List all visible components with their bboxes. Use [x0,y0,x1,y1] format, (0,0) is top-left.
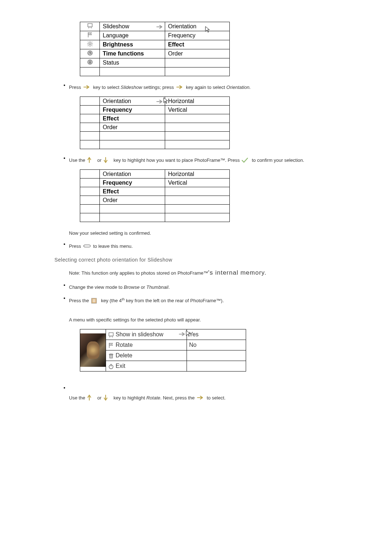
cursor-icon [186,331,193,337]
menu1-row2-value: Effect [165,40,230,49]
menu1-row3-label: Time functions [100,49,165,58]
clock-icon [80,49,100,58]
menu3-row0-value: Horizontal [165,170,230,178]
menu2-row0-value: Horizontal [165,97,230,106]
info-icon [80,58,100,67]
settings-menu-1: Slideshow Orientation Language Frequency… [80,22,230,76]
menu-appear-text: A menu with specific settings for the se… [69,316,359,324]
note-internal-memory: Note: This function only applies to phot… [69,268,359,278]
menu3-row3-label: Order [100,196,165,205]
section-heading: Selecting correct photo orientation for … [54,257,359,263]
cursor-icon [164,98,170,104]
menu3-row2-label: Effect [100,187,165,196]
menu-key-icon [91,298,99,304]
menu1-row1-label: Language [100,31,165,40]
check-icon [242,157,250,164]
menu2-row0-label: Orientation [100,97,165,106]
menu2-row2-label: Effect [100,114,165,123]
menu3-row1-value: Vertical [165,178,230,187]
menu1-row3-value: Order [165,49,230,58]
menu2-row1-value: Vertical [165,106,230,114]
menu2-row1-label: Frequency [100,106,165,114]
menu4-row3-label: Exit [106,361,187,371]
menu2-row3-label: Order [100,123,165,132]
instruction-highlight-confirm: Use the or key to highlight how you want… [69,156,359,164]
instruction-change-view: Change the view mode to Browse or Thumbn… [69,283,359,291]
arrow-right-icon [197,395,205,402]
arrow-right-icon [176,85,184,91]
arrow-down-icon [103,395,111,402]
orientation-menu-2: Orientation Horizontal Frequency Vertica… [80,169,230,222]
menu4-row2-label: Delete [106,350,187,361]
confirm-text: Now your selected setting is confirmed. [69,229,359,237]
instruction-highlight-rotate: Use the or key to highlight Rotate. Next… [69,386,359,402]
arrow-right-icon [83,85,91,91]
brightness-icon [80,40,100,49]
menu3-row1-label: Frequency [100,178,165,187]
slideshow-icon [80,22,100,31]
menu4-row0-label: Show in slideshow [106,329,187,340]
menu1-row0-value: Orientation [165,22,230,31]
menu4-row1-value: No [187,340,246,350]
arrow-down-icon [103,157,111,164]
menu1-row4-label: Status [100,58,165,67]
menu1-row4-value [165,58,230,67]
instruction-press-menu-key: Press the key (the 4th key from the left… [69,296,359,305]
instruction-leave-menu: Press to leave this menu. [69,242,359,250]
flag-icon [80,31,100,40]
orientation-menu-1: Orientation Horizontal Frequency Vertica… [80,97,230,149]
menu4-row0-value: Yes [187,329,246,340]
photo-settings-menu: Show in slideshow Yes Rotate No Delete E… [80,329,246,372]
menu1-row2-label: Brightness [100,40,165,49]
menu1-row1-value: Frequency [165,31,230,40]
arrow-up-icon [87,395,95,402]
menu1-row0-label: Slideshow [100,22,165,31]
arrow-up-icon [87,157,95,164]
instruction-slideshow-orientation: Press key to select Slideshow settings; … [69,83,359,91]
photo-thumbnail [80,329,106,371]
menu3-row0-label: Orientation [100,170,165,178]
menu4-row1-label: Rotate [106,340,187,350]
back-icon [83,243,91,250]
